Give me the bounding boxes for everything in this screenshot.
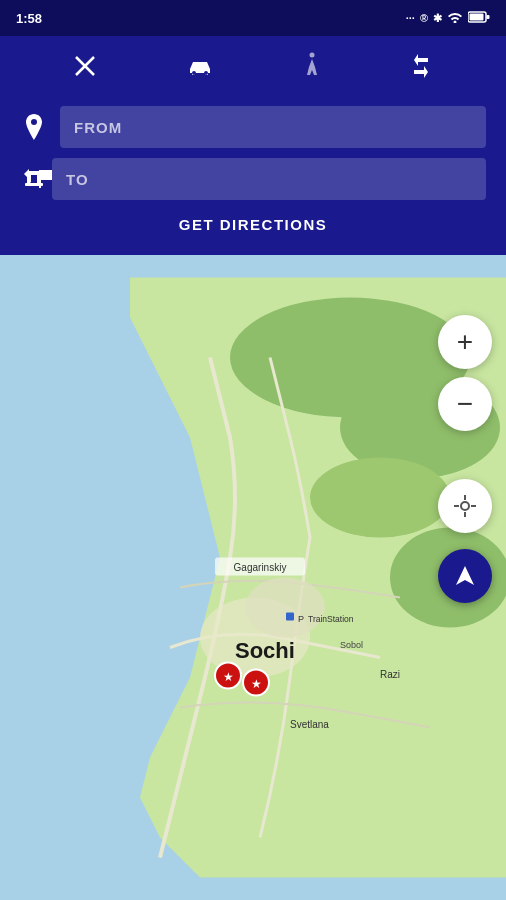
svg-text:Sobol: Sobol (340, 640, 363, 650)
svg-text:Gagarinskiy: Gagarinskiy (234, 562, 287, 573)
swap-directions-button[interactable] (410, 52, 432, 80)
map-controls: + − (438, 315, 492, 603)
svg-text:Razi: Razi (380, 669, 400, 680)
map-wrapper: Gagarinskiy P TrainStation Sochi Sobol S… (0, 255, 506, 900)
get-directions-row: GET DIRECTIONS (20, 210, 486, 235)
to-row (20, 158, 486, 200)
svg-rect-1 (470, 14, 484, 21)
from-input[interactable] (60, 106, 486, 148)
svg-point-19 (245, 578, 325, 638)
signal-icon: ® (420, 12, 428, 24)
get-directions-button[interactable]: GET DIRECTIONS (179, 216, 328, 233)
svg-text:Svetlana: Svetlana (290, 719, 329, 730)
dots-icon: ··· (406, 12, 415, 24)
nav-bar (0, 36, 506, 96)
svg-point-16 (310, 458, 450, 538)
zoom-in-button[interactable]: + (438, 315, 492, 369)
svg-rect-2 (487, 15, 490, 19)
close-button[interactable] (74, 55, 96, 77)
zoom-out-button[interactable]: − (438, 377, 492, 431)
svg-text:★: ★ (223, 670, 234, 684)
svg-text:★: ★ (251, 677, 262, 691)
svg-text:Sochi: Sochi (235, 638, 295, 663)
from-icon (20, 113, 48, 141)
svg-text:TrainStation: TrainStation (308, 614, 354, 624)
my-location-button[interactable] (438, 479, 492, 533)
to-icon (20, 165, 48, 193)
svg-point-34 (461, 502, 469, 510)
car-mode-button[interactable] (185, 55, 215, 77)
svg-point-7 (310, 53, 315, 58)
svg-point-6 (204, 71, 208, 75)
status-time: 1:58 (16, 11, 42, 26)
svg-point-5 (192, 71, 196, 75)
svg-rect-22 (286, 613, 294, 621)
from-row (20, 106, 486, 148)
wifi-icon (447, 11, 463, 25)
battery-icon (468, 11, 490, 25)
walk-mode-button[interactable] (303, 52, 321, 80)
to-input[interactable] (52, 158, 486, 200)
bluetooth-icon: ✱ (433, 12, 442, 25)
svg-text:P: P (298, 614, 304, 624)
direction-panel: GET DIRECTIONS (0, 96, 506, 255)
status-bar: 1:58 ··· ® ✱ (0, 0, 506, 36)
svg-marker-39 (456, 566, 474, 585)
map-container[interactable]: Gagarinskiy P TrainStation Sochi Sobol S… (0, 255, 506, 900)
status-icons: ··· ® ✱ (406, 11, 490, 25)
navigation-button[interactable] (438, 549, 492, 603)
